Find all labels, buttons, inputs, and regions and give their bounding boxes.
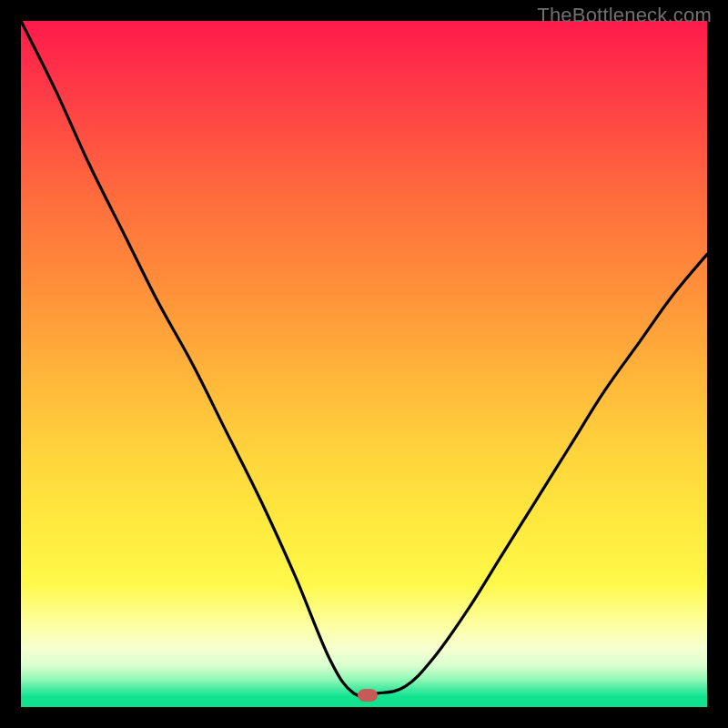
bottleneck-curve xyxy=(21,21,707,707)
chart-frame: TheBottleneck.com xyxy=(0,0,728,728)
curve-path xyxy=(21,21,707,696)
optimum-marker xyxy=(358,689,378,702)
plot-area xyxy=(21,21,707,707)
watermark-text: TheBottleneck.com xyxy=(537,4,712,27)
